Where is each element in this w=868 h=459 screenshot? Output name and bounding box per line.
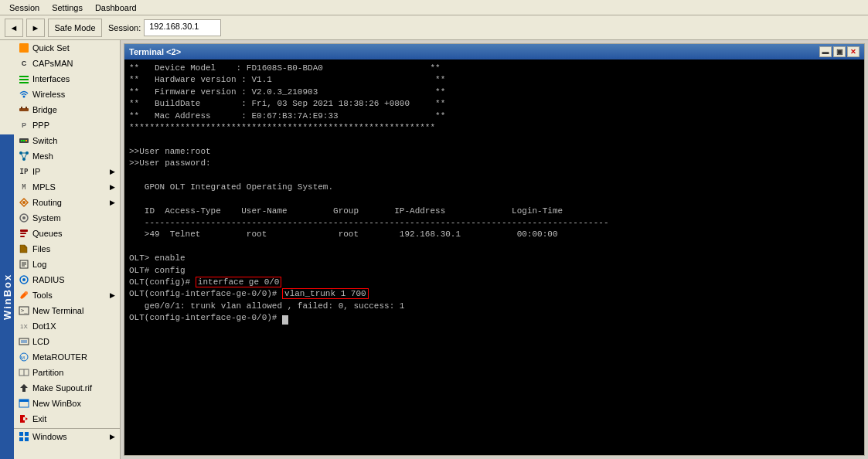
terminal-prompt-interface: OLT(config)# interface ge 0/0 [129, 277, 859, 288]
menu-bar: Session Settings Dashboard [0, 0, 868, 15]
sidebar-item-log[interactable]: Log [14, 257, 120, 272]
tools-icon [19, 290, 29, 301]
svg-rect-41 [25, 432, 29, 436]
sidebar-item-switch[interactable]: Switch [14, 133, 120, 148]
svg-rect-33 [21, 340, 27, 343]
radius-icon [19, 274, 29, 285]
svg-line-16 [24, 153, 27, 159]
sidebar-item-newterminal[interactable]: >_ New Terminal [14, 303, 120, 318]
sidebar-item-radius[interactable]: RADIUS [14, 272, 120, 287]
sidebar-item-routing[interactable]: Routing ▶ [14, 195, 120, 210]
windows-section: Windows ▶ [14, 428, 120, 444]
ip-icon: IP [19, 166, 29, 177]
sidebar-item-newwinbox[interactable]: New WinBox [14, 396, 120, 411]
svg-rect-22 [20, 236, 25, 237]
sidebar-item-dot1x[interactable]: 1X Dot1X [14, 318, 120, 334]
terminal-window: Terminal <2> ▬ ▣ ✕ ** Device Model : FD1… [124, 43, 865, 456]
session-ip[interactable]: 192.168.30.1 [144, 19, 221, 36]
sidebar-label-ppp: PPP [32, 121, 49, 130]
sidebar-label-tools: Tools [32, 291, 53, 300]
sidebar-item-tools[interactable]: Tools ▶ [14, 287, 120, 303]
routing-arrow: ▶ [110, 199, 115, 206]
sidebar-item-exit[interactable]: Exit [14, 411, 120, 427]
sidebar-label-mesh: Mesh [32, 151, 53, 161]
terminal-line: ****************************************… [129, 122, 859, 134]
terminal-restore-button[interactable]: ▣ [833, 46, 846, 57]
svg-rect-43 [25, 437, 29, 441]
newterminal-icon: >_ [19, 305, 29, 316]
forward-button[interactable]: ► [26, 19, 45, 37]
safemode-button[interactable]: Safe Mode [48, 19, 102, 37]
svg-point-3 [23, 96, 26, 98]
session-label: Session: [108, 23, 141, 32]
terminal-line [129, 193, 859, 205]
sidebar-item-ip[interactable]: IP IP ▶ [14, 164, 120, 179]
windows-arrow: ▶ [110, 433, 115, 440]
sidebar-label-exit: Exit [32, 414, 46, 423]
terminal-prompt-last: OLT(config-interface-ge-0/0)# [129, 312, 859, 324]
terminal-cursor [282, 315, 288, 325]
log-icon [19, 259, 29, 270]
sidebar-label-windows: Windows [32, 432, 67, 441]
menu-dashboard[interactable]: Dashboard [89, 2, 143, 14]
svg-rect-1 [19, 79, 29, 80]
terminal-line [129, 241, 859, 253]
sidebar: Quick Set C CAPsMAN Interfaces [14, 40, 121, 459]
terminal-body[interactable]: ** Device Model : FD1608S-B0-BDA0 ** ** … [124, 60, 864, 455]
menu-settings[interactable]: Settings [46, 2, 89, 14]
sidebar-item-quickset[interactable]: Quick Set [14, 40, 120, 56]
terminal-title: Terminal <2> [129, 47, 181, 56]
back-button[interactable]: ◄ [5, 19, 23, 37]
sidebar-item-partition[interactable]: Partition [14, 365, 120, 380]
sidebar-label-ip: IP [32, 167, 40, 176]
sidebar-label-mpls: MPLS [32, 182, 56, 192]
sidebar-item-ppp[interactable]: P PPP [14, 117, 120, 133]
wireless-icon [19, 89, 29, 100]
sidebar-label-routing: Routing [32, 198, 62, 207]
svg-point-17 [22, 201, 26, 204]
svg-rect-0 [19, 76, 29, 77]
sidebar-item-metarouter[interactable]: M MetaROUTER [14, 349, 120, 365]
svg-rect-42 [19, 437, 23, 441]
sidebar-item-mpls[interactable]: M MPLS ▶ [14, 179, 120, 195]
menu-session[interactable]: Session [3, 2, 46, 14]
mpls-arrow: ▶ [110, 183, 115, 191]
svg-line-15 [21, 153, 24, 159]
terminal-minimize-button[interactable]: ▬ [819, 46, 832, 57]
svg-point-28 [22, 278, 26, 281]
sidebar-item-lcd[interactable]: LCD [14, 334, 120, 349]
sidebar-item-bridge[interactable]: Bridge [14, 102, 120, 117]
terminal-prompt-vlan: OLT(config-interface-ge-0/0)# vlan_trunk… [129, 288, 859, 300]
sidebar-item-wireless[interactable]: Wireless [14, 87, 120, 102]
terminal-close-button[interactable]: ✕ [847, 46, 859, 57]
sidebar-item-mesh[interactable]: Mesh [14, 148, 120, 164]
sidebar-item-queues[interactable]: Queues [14, 226, 120, 241]
winbox-label: WinBox [0, 134, 14, 459]
windows-icon [19, 431, 29, 442]
svg-rect-8 [21, 140, 22, 141]
sidebar-item-interfaces[interactable]: Interfaces [14, 71, 120, 87]
sidebar-label-capsman: CAPsMAN [32, 59, 73, 68]
interfaces-icon [19, 73, 29, 84]
mesh-icon [19, 151, 29, 162]
exit-icon [19, 413, 29, 424]
sidebar-item-capsman[interactable]: C CAPsMAN [14, 56, 120, 71]
terminal-line: GPON OLT Integrated Operating System. [129, 182, 859, 193]
terminal-line: ----------------------------------------… [129, 217, 859, 229]
sidebar-item-makesupout[interactable]: Make Supout.rif [14, 380, 120, 396]
sidebar-label-newwinbox: New WinBox [32, 399, 81, 408]
bridge-icon [19, 104, 29, 115]
tools-arrow: ▶ [110, 291, 115, 299]
sidebar-label-log: Log [32, 260, 46, 269]
sidebar-item-system[interactable]: System [14, 210, 120, 226]
metarouter-icon: M [19, 352, 29, 362]
svg-rect-39 [19, 400, 29, 402]
sidebar-label-lcd: LCD [32, 337, 49, 346]
sidebar-item-files[interactable]: Files [14, 241, 120, 257]
makesupout-icon [19, 382, 29, 393]
sidebar-label-quickset: Quick Set [32, 43, 70, 53]
terminal-line: ** Mac Address : E0:67:B3:7A:E9:33 ** [129, 110, 859, 122]
sidebar-item-windows[interactable]: Windows ▶ [14, 429, 120, 444]
svg-rect-20 [20, 230, 28, 232]
terminal-line: ID Access-Type User-Name Group IP-Addres… [129, 206, 859, 217]
